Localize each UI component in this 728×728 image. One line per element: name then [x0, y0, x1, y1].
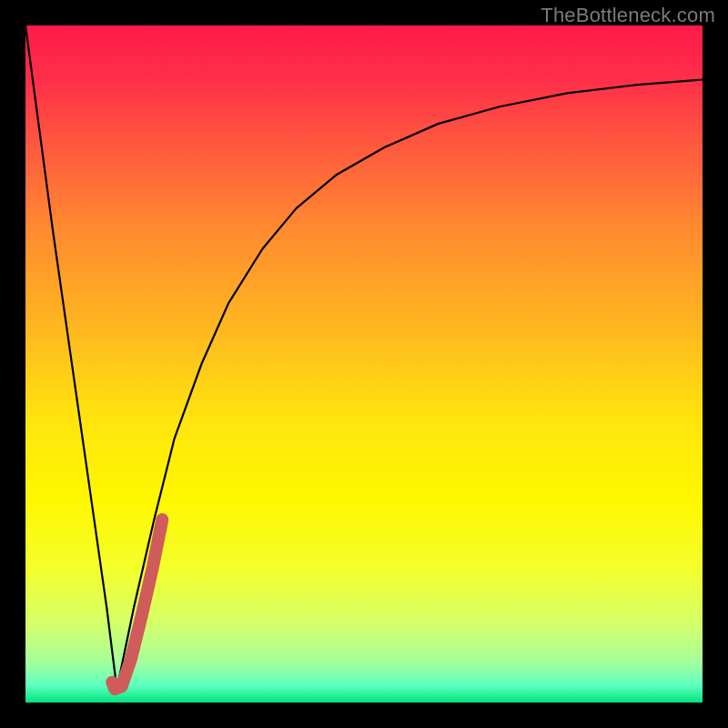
- watermark-text: TheBottleneck.com: [541, 4, 715, 27]
- series-bottleneck-right: [116, 80, 703, 690]
- curves-layer: [25, 25, 703, 703]
- series-highlight-marker: [112, 520, 162, 689]
- chart-frame: TheBottleneck.com: [0, 0, 728, 728]
- series-bottleneck-left: [25, 25, 116, 689]
- plot-area: [25, 25, 703, 703]
